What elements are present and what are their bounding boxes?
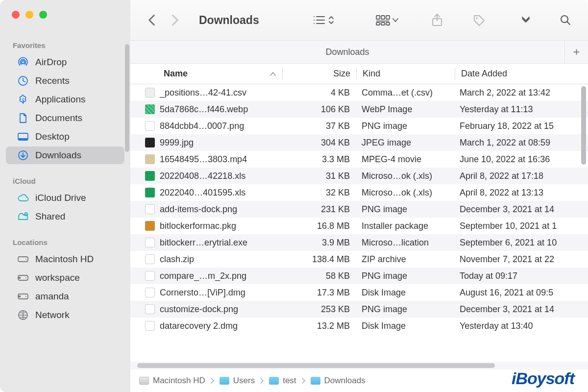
file-row[interactable]: 20220408…42218.xls31 KBMicroso…ok (.xls)… <box>130 168 588 184</box>
disk-icon <box>139 377 149 385</box>
forward-button[interactable] <box>169 14 181 26</box>
file-icon <box>145 271 155 281</box>
minimize-window-button[interactable] <box>25 11 33 19</box>
breadcrumb-test[interactable]: test <box>269 376 296 386</box>
file-size: 106 KB <box>282 104 356 115</box>
sidebar: FavoritesAirDropRecentsApplicationsDocum… <box>0 0 130 392</box>
file-kind: WebP Image <box>356 104 454 115</box>
file-row[interactable]: bitlockerr…erytrial.exe3.9 MBMicroso…lic… <box>130 234 588 251</box>
file-kind: Microso…lication <box>356 238 454 248</box>
file-row[interactable]: 2022040…401595.xls32 KBMicroso…ok (.xls)… <box>130 184 588 201</box>
file-kind: Installer package <box>356 221 454 231</box>
file-icon <box>145 204 155 214</box>
svg-rect-25 <box>386 16 390 19</box>
column-header-date[interactable]: Date Added <box>455 69 588 79</box>
file-kind: PNG image <box>356 204 454 215</box>
share-button[interactable] <box>429 12 445 28</box>
svg-rect-24 <box>381 16 385 19</box>
file-name: 2022040…401595.xls <box>160 188 245 198</box>
svg-rect-23 <box>376 16 380 19</box>
file-row[interactable]: 5da7868c…f446.webp106 KBWebP ImageYester… <box>130 101 588 118</box>
view-mode-button[interactable] <box>311 13 336 27</box>
sidebar-item-desktop[interactable]: Desktop <box>6 128 124 146</box>
breadcrumb-users[interactable]: Users <box>220 376 255 386</box>
file-date: November 7, 2021 at 22 <box>454 254 588 265</box>
file-row[interactable]: clash.zip138.4 MBZIP archiveNovember 7, … <box>130 251 588 268</box>
sidebar-item-documents[interactable]: Documents <box>6 109 124 127</box>
search-button[interactable] <box>558 12 573 28</box>
file-kind: PNG image <box>356 304 454 315</box>
sidebar-item-macintosh-hd[interactable]: Macintosh HD <box>6 250 124 268</box>
svg-point-31 <box>476 17 478 19</box>
file-icon <box>145 221 155 231</box>
sidebar-item-amanda[interactable]: amanda <box>6 288 124 305</box>
breadcrumb-downloads[interactable]: Downloads <box>311 376 366 386</box>
sidebar-item-label: workspace <box>35 272 80 283</box>
file-date: June 10, 2022 at 16:36 <box>454 154 588 165</box>
file-kind: ZIP archive <box>356 254 454 265</box>
window-controls <box>0 0 130 27</box>
back-button[interactable] <box>145 14 158 26</box>
sidebar-item-applications[interactable]: Applications <box>6 91 124 108</box>
sidebar-item-workspace[interactable]: workspace <box>6 269 124 287</box>
file-kind: Comma…et (.csv) <box>356 88 454 98</box>
file-row[interactable]: 884dcbb4…0007.png37 KBPNG imageFebruary … <box>130 118 588 134</box>
file-row[interactable]: 9999.jpg304 KBJPEG imageMarch 1, 2022 at… <box>130 134 588 151</box>
tab-downloads[interactable]: Downloads <box>130 47 564 57</box>
column-header-name[interactable]: Name <box>130 69 282 79</box>
breadcrumb-macintosh-hd[interactable]: Macintosh HD <box>139 376 205 386</box>
globe-icon <box>17 310 29 320</box>
horizontal-scrollbar-thumb[interactable] <box>137 363 495 368</box>
file-size: 304 KB <box>282 138 356 148</box>
file-icon <box>145 138 155 147</box>
download-icon <box>17 150 29 161</box>
file-name: 5da7868c…f446.webp <box>160 104 248 115</box>
breadcrumb-label: Users <box>233 376 255 386</box>
file-name: add-items-dock.png <box>160 204 237 215</box>
breadcrumb-label: Downloads <box>324 376 366 386</box>
file-row[interactable]: bitlockerformac.pkg16.8 MBInstaller pack… <box>130 218 588 234</box>
horizontal-scrollbar-track[interactable] <box>130 362 588 369</box>
sidebar-scrollbar[interactable] <box>125 44 129 152</box>
file-kind: Disk Image <box>356 321 454 331</box>
file-kind: MPEG-4 movie <box>356 154 454 165</box>
zoom-window-button[interactable] <box>39 11 47 19</box>
file-list-scrollbar[interactable] <box>581 86 586 165</box>
sidebar-item-airdrop[interactable]: AirDrop <box>6 53 124 71</box>
file-row[interactable]: customize-dock.png253 KBPNG imageDecembe… <box>130 301 588 318</box>
window-title: Downloads <box>199 14 259 27</box>
sidebar-item-shared[interactable]: Shared <box>6 208 124 225</box>
sidebar-item-recents[interactable]: Recents <box>6 72 124 90</box>
sidebar-item-icloud-drive[interactable]: iCloud Drive <box>6 189 124 207</box>
finder-window: FavoritesAirDropRecentsApplicationsDocum… <box>0 0 588 392</box>
file-row[interactable]: compare_…m_2x.png58 KBPNG imageToday at … <box>130 268 588 284</box>
file-row[interactable]: 16548495…3803.mp43.3 MBMPEG-4 movieJune … <box>130 151 588 168</box>
group-by-button[interactable] <box>373 13 401 27</box>
close-window-button[interactable] <box>12 11 20 19</box>
sidebar-item-label: Macintosh HD <box>35 254 94 265</box>
sidebar-item-label: Desktop <box>35 131 70 142</box>
sidebar-item-label: Applications <box>35 94 85 105</box>
tags-button[interactable] <box>470 12 487 28</box>
svg-point-7 <box>25 213 26 214</box>
svg-rect-28 <box>381 23 385 25</box>
file-row[interactable]: _positions…42-41.csv4 KBComma…et (.csv)M… <box>130 84 588 101</box>
file-row[interactable]: datarecovery 2.dmg13.2 MBDisk ImageYeste… <box>130 318 588 334</box>
svg-rect-14 <box>18 295 21 297</box>
column-header-size[interactable]: Size <box>283 69 356 79</box>
file-name: compare_…m_2x.png <box>160 271 246 281</box>
file-name: 884dcbb4…0007.png <box>160 121 244 131</box>
file-size: 3.3 MB <box>282 154 356 165</box>
sidebar-item-downloads[interactable]: Downloads <box>6 147 124 164</box>
file-icon <box>145 88 155 98</box>
sidebar-item-network[interactable]: Network <box>6 306 124 324</box>
svg-rect-27 <box>376 23 380 25</box>
svg-line-33 <box>567 22 570 24</box>
file-row[interactable]: Cornersto…[ViP].dmg17.3 MBDisk ImageAugu… <box>130 284 588 301</box>
column-header-kind[interactable]: Kind <box>357 69 455 79</box>
file-row[interactable]: add-items-dock.png231 KBPNG imageDecembe… <box>130 201 588 218</box>
airdrop-icon <box>17 57 29 68</box>
file-name: 20220408…42218.xls <box>160 171 245 181</box>
more-button[interactable] <box>518 15 533 25</box>
new-tab-button[interactable]: + <box>564 41 588 63</box>
